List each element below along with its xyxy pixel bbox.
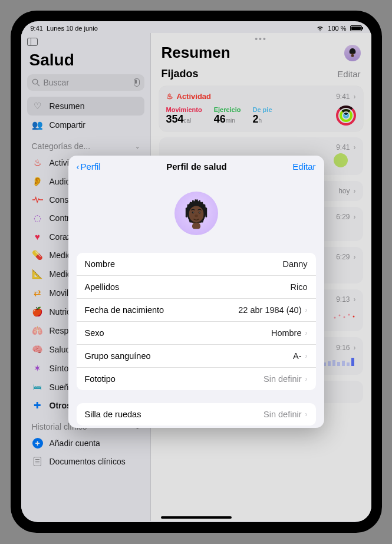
sidebar-item-summary[interactable]: ♡ Resumen	[27, 97, 144, 116]
svg-rect-27	[351, 358, 354, 366]
chevron-right-icon: ›	[354, 213, 356, 221]
pinned-edit-button[interactable]: Editar	[337, 69, 360, 79]
row-wheelchair[interactable]: Silla de ruedas Sin definir›	[77, 403, 316, 426]
svg-rect-35	[185, 207, 187, 217]
chevron-right-icon: ›	[354, 295, 356, 304]
leaf-icon: 🍎	[32, 306, 44, 317]
svg-point-0	[32, 79, 37, 84]
metric-unit: cal	[184, 117, 192, 124]
row-label: Sexo	[85, 328, 104, 338]
metric-value: 354	[166, 113, 184, 125]
chevron-right-icon: ›	[354, 253, 356, 261]
svg-point-17	[338, 315, 340, 316]
sidebar-item-add-account[interactable]: + Añadir cuenta	[27, 434, 144, 453]
row-label: Fecha de nacimiento	[85, 305, 164, 315]
app-title: Salud	[27, 48, 144, 74]
sidebar-item-share[interactable]: 👥 Compartir	[27, 116, 144, 134]
svg-rect-37	[187, 205, 189, 217]
status-bar: 9:41 Lunes 10 de junio 100 %	[21, 21, 371, 33]
battery-icon	[350, 25, 362, 31]
add-account-icon: +	[32, 438, 44, 449]
device-frame: 9:41 Lunes 10 de junio 100 % Salud Busca…	[11, 11, 382, 533]
sidebar-item-label: Compartir	[50, 120, 85, 130]
svg-point-19	[348, 314, 350, 316]
row-sex[interactable]: Sexo Hombre›	[77, 322, 316, 345]
chevron-right-icon: ›	[354, 187, 356, 195]
modal-back-button[interactable]: ‹ Perfil	[77, 161, 101, 172]
chevron-down-icon: ⌄	[135, 143, 140, 150]
home-indicator[interactable]	[161, 516, 232, 519]
metric-unit: h	[259, 117, 262, 124]
row-skin-type[interactable]: Fototipo Sin definir›	[77, 368, 316, 390]
metric-value: 46	[214, 113, 226, 125]
row-last-name[interactable]: Apellidos Rico	[77, 276, 316, 299]
svg-point-18	[343, 316, 345, 318]
svg-rect-44	[196, 199, 198, 204]
row-value: A-	[293, 351, 302, 361]
metric-label: Movimiento	[166, 106, 202, 113]
metric-value: 2	[252, 113, 258, 125]
flame-icon: ♨	[32, 157, 44, 168]
search-input[interactable]: Buscar	[27, 74, 144, 91]
document-icon	[32, 457, 44, 466]
avatar-memoji-icon	[347, 47, 358, 59]
modal-back-label: Perfil	[81, 161, 101, 172]
sidebar-toggle-icon[interactable]	[27, 38, 38, 46]
heart-outline-icon: ♡	[32, 101, 44, 111]
svg-rect-40	[201, 202, 203, 207]
chevron-right-icon: ›	[305, 306, 308, 314]
lungs-icon: 🫁	[32, 325, 44, 336]
metric-unit: min	[226, 117, 235, 124]
card-activity[interactable]: ♨ Actividad 9:41 › Movimiento 354cal Eje…	[159, 86, 363, 131]
ear-icon: 👂	[32, 176, 44, 187]
svg-rect-24	[337, 362, 340, 366]
svg-rect-25	[342, 361, 345, 366]
svg-point-34	[195, 215, 198, 217]
avatar-memoji-icon	[180, 197, 213, 230]
activity-rings-icon	[336, 105, 356, 126]
multitask-dots-icon[interactable]: •••	[255, 34, 267, 44]
battery-percent: 100 %	[328, 25, 346, 32]
row-label: Grupo sanguíneo	[85, 351, 151, 361]
row-value: Rico	[290, 282, 307, 292]
heart-dots-icon	[332, 312, 356, 320]
svg-rect-36	[205, 207, 207, 217]
row-dob[interactable]: Fecha de nacimiento 22 abr 1984 (40)›	[77, 299, 316, 322]
svg-rect-45	[192, 223, 200, 229]
dictate-icon[interactable]	[134, 78, 140, 87]
modal-health-profile: ‹ Perfil Perfil de salud Editar	[68, 156, 324, 428]
chevron-right-icon: ›	[354, 344, 356, 352]
search-icon	[32, 78, 40, 87]
form-group-wheelchair: Silla de ruedas Sin definir›	[77, 403, 316, 426]
avatar-large[interactable]	[174, 192, 218, 235]
brain-icon: 🧠	[32, 344, 44, 355]
people-icon: 👥	[32, 120, 44, 130]
metric-label: Ejercicio	[214, 106, 241, 113]
heart-icon: ♥	[32, 232, 44, 242]
loop-icon: ◌	[32, 213, 44, 223]
svg-point-30	[192, 212, 194, 214]
walk-icon: ⇄	[32, 288, 44, 298]
avatar-button[interactable]	[344, 45, 361, 61]
row-blood-type[interactable]: Grupo sanguíneo A-›	[77, 345, 316, 368]
chevron-right-icon: ›	[305, 410, 308, 418]
card-time: 9:41	[336, 93, 350, 101]
svg-rect-22	[328, 361, 331, 366]
row-first-name[interactable]: Nombre Danny	[77, 253, 316, 276]
bar-chart-icon	[323, 355, 356, 367]
svg-point-16	[334, 317, 335, 319]
chevron-right-icon: ›	[305, 329, 308, 337]
sidebar-item-clinical-docs[interactable]: Documentos clínicos	[27, 453, 144, 470]
ecg-icon	[32, 196, 44, 203]
bandage-icon: ✶	[32, 363, 44, 374]
screen: 9:41 Lunes 10 de junio 100 % Salud Busca…	[21, 21, 371, 522]
modal-edit-button[interactable]: Editar	[292, 161, 315, 172]
row-value: Sin definir	[263, 410, 301, 419]
status-date: Lunes 10 de junio	[47, 25, 98, 32]
row-label: Apellidos	[85, 282, 120, 292]
sidebar-item-label: Resumen	[50, 101, 85, 111]
plus-icon: ✚	[32, 400, 44, 411]
sidebar-section-categories[interactable]: Categorías de... ⌄	[27, 134, 144, 153]
status-time: 9:41	[31, 25, 43, 32]
wifi-icon	[316, 25, 324, 31]
